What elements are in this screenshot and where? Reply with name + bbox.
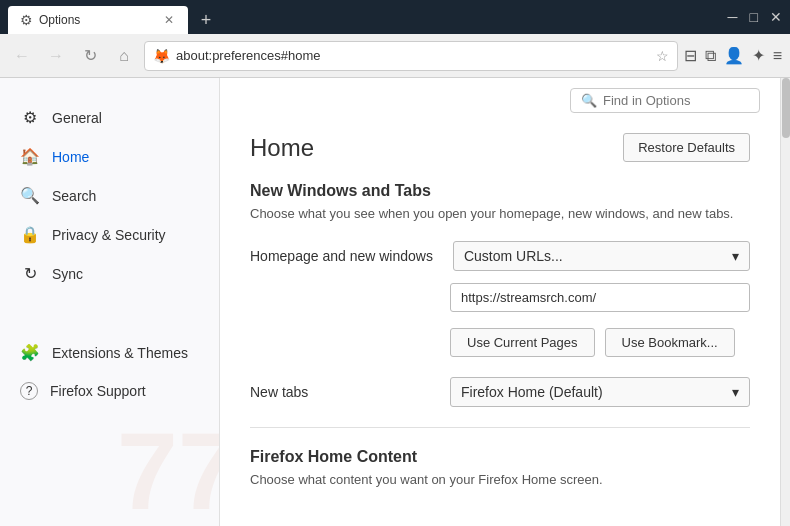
homepage-buttons: Use Current Pages Use Bookmark... (450, 328, 750, 357)
homepage-dropdown-value: Custom URLs... (464, 248, 563, 264)
titlebar: ⚙ Options ✕ + ─ □ ✕ (0, 0, 790, 34)
find-options-search-icon: 🔍 (581, 93, 597, 108)
sidebar-label-search: Search (52, 188, 96, 204)
homepage-label: Homepage and new windows (250, 248, 433, 264)
tab-bar: ⚙ Options ✕ + (8, 0, 220, 34)
sidebar-item-sync[interactable]: ↻ Sync (0, 254, 219, 293)
sidebar-label-extensions: Extensions & Themes (52, 345, 188, 361)
options-tab[interactable]: ⚙ Options ✕ (8, 6, 188, 34)
watermark: 77 (117, 416, 220, 526)
customize-icon[interactable]: ✦ (752, 46, 765, 65)
navbar: ← → ↻ ⌂ 🦊 about:preferences#home ☆ ⊟ ⧉ 👤… (0, 34, 790, 78)
new-tabs-dropdown-value: Firefox Home (Default) (461, 384, 603, 400)
window-controls: ─ □ ✕ (728, 9, 782, 25)
new-tabs-dropdown-wrapper: Firefox Home (Default) ▾ (450, 377, 750, 407)
restore-defaults-button[interactable]: Restore Defaults (623, 133, 750, 162)
firefox-logo-icon: 🦊 (153, 48, 170, 64)
collections-icon[interactable]: ⊟ (684, 46, 697, 65)
sidebar-item-extensions[interactable]: 🧩 Extensions & Themes (0, 333, 219, 372)
menu-icon[interactable]: ≡ (773, 47, 782, 65)
content-area: 🔍 Home Restore Defaults New Windows and … (220, 78, 780, 526)
firefox-home-content-desc: Choose what content you want on your Fir… (250, 472, 750, 487)
home-button[interactable]: ⌂ (110, 42, 138, 70)
sidebar-label-home: Home (52, 149, 89, 165)
scrollbar[interactable] (780, 78, 790, 526)
restore-button[interactable]: □ (750, 9, 758, 25)
new-tabs-dropdown[interactable]: Firefox Home (Default) ▾ (450, 377, 750, 407)
extensions-icon: 🧩 (20, 343, 40, 362)
sidebar-label-support: Firefox Support (50, 383, 146, 399)
sidebar: ⚙ General 🏠 Home 🔍 Search 🔒 Privacy & Se… (0, 78, 220, 526)
new-tabs-dropdown-arrow-icon: ▾ (732, 384, 739, 400)
sidebar-item-home[interactable]: 🏠 Home (0, 137, 219, 176)
address-text: about:preferences#home (176, 48, 650, 63)
firefox-home-content-title: Firefox Home Content (250, 448, 750, 466)
homepage-url-input[interactable] (450, 283, 750, 312)
support-icon: ? (20, 382, 38, 400)
find-options-input[interactable] (603, 93, 749, 108)
sidebar-label-general: General (52, 110, 102, 126)
homepage-row: Homepage and new windows Custom URLs... … (250, 241, 750, 271)
homepage-dropdown-wrapper: Custom URLs... ▾ (453, 241, 750, 271)
use-bookmark-button[interactable]: Use Bookmark... (605, 328, 735, 357)
tab-title-text: Options (39, 13, 156, 27)
search-nav-icon: 🔍 (20, 186, 40, 205)
new-windows-tabs-title: New Windows and Tabs (250, 182, 750, 200)
sidebar-item-search[interactable]: 🔍 Search (0, 176, 219, 215)
section-divider (250, 427, 750, 428)
back-button[interactable]: ← (8, 42, 36, 70)
sidebar-label-sync: Sync (52, 266, 83, 282)
tab-icon: ⚙ (20, 12, 33, 28)
address-bar[interactable]: 🦊 about:preferences#home ☆ (144, 41, 678, 71)
content-inner: Home Restore Defaults New Windows and Ta… (220, 113, 780, 526)
general-icon: ⚙ (20, 108, 40, 127)
tab-close-button[interactable]: ✕ (162, 11, 176, 29)
close-window-button[interactable]: ✕ (770, 9, 782, 25)
privacy-icon: 🔒 (20, 225, 40, 244)
page-header: Home Restore Defaults (250, 133, 750, 162)
sync-icon: ↻ (20, 264, 40, 283)
account-icon[interactable]: 👤 (724, 46, 744, 65)
sidebar-item-support[interactable]: ? Firefox Support (0, 372, 219, 410)
new-tab-button[interactable]: + (192, 6, 220, 34)
new-windows-tabs-desc: Choose what you see when you open your h… (250, 206, 750, 221)
homepage-dropdown-arrow-icon: ▾ (732, 248, 739, 264)
find-options-bar: 🔍 (220, 78, 780, 113)
sidebar-label-privacy: Privacy & Security (52, 227, 166, 243)
main-container: ⚙ General 🏠 Home 🔍 Search 🔒 Privacy & Se… (0, 78, 790, 526)
sidebar-item-general[interactable]: ⚙ General (0, 98, 219, 137)
use-current-pages-button[interactable]: Use Current Pages (450, 328, 595, 357)
scrollbar-thumb[interactable] (782, 78, 790, 138)
sidebar-item-privacy[interactable]: 🔒 Privacy & Security (0, 215, 219, 254)
bookmark-star-icon[interactable]: ☆ (656, 48, 669, 64)
refresh-button[interactable]: ↻ (76, 42, 104, 70)
homepage-dropdown[interactable]: Custom URLs... ▾ (453, 241, 750, 271)
toolbar-icons: ⊟ ⧉ 👤 ✦ ≡ (684, 46, 782, 65)
new-tabs-row: New tabs Firefox Home (Default) ▾ (250, 377, 750, 407)
find-options-field[interactable]: 🔍 (570, 88, 760, 113)
forward-button[interactable]: → (42, 42, 70, 70)
home-nav-icon: 🏠 (20, 147, 40, 166)
minimize-button[interactable]: ─ (728, 9, 738, 25)
new-tabs-label: New tabs (250, 384, 430, 400)
page-title: Home (250, 134, 314, 162)
containers-icon[interactable]: ⧉ (705, 47, 716, 65)
